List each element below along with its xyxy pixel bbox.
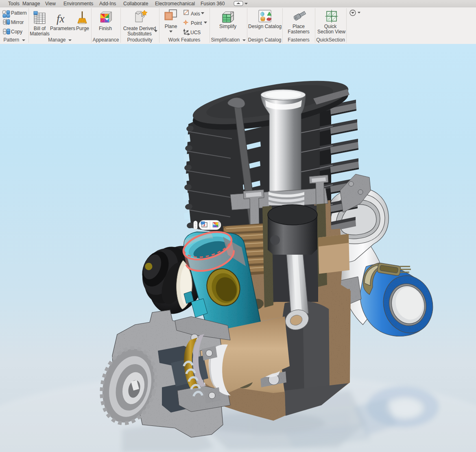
svg-text:fx: fx xyxy=(57,13,65,25)
